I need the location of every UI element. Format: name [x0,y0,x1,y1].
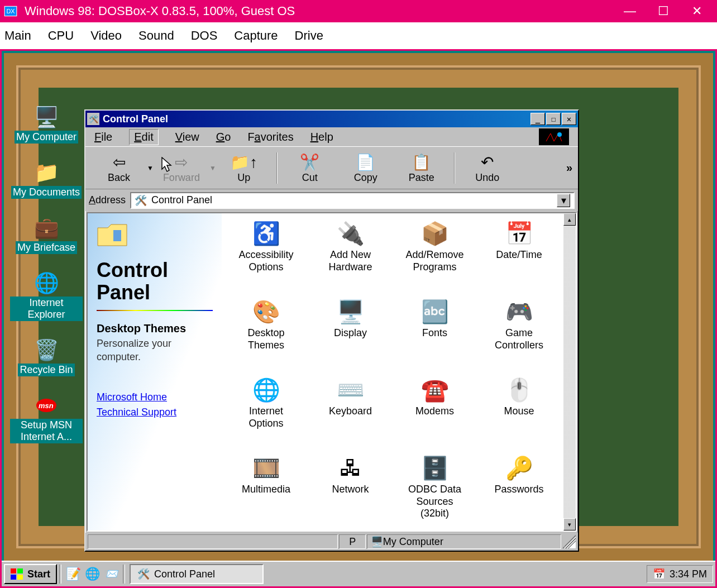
cp-item-game-controllers[interactable]: 🎮Game Controllers [477,298,561,376]
dosbox-menu-video[interactable]: Video [90,28,122,43]
system-menu-icon[interactable]: 🛠️ [87,113,99,125]
add-remove-programs-icon: 📦 [421,220,449,247]
desktop-icon-msn-setup[interactable]: msn Setup MSN Internet A... [7,392,85,443]
svg-rect-8 [17,568,23,573]
clipboard-icon: 📋 [412,152,431,172]
folder-up-icon: 📁↑ [230,152,257,172]
date-time-icon: 📅 [505,220,533,247]
dosbox-menu-sound[interactable]: Sound [138,28,174,43]
status-pane-zone: 🖥️ My Computer [367,534,561,549]
keyboard-icon: ⌨️ [337,376,365,403]
add-new-hardware-icon: 🔌 [337,220,365,247]
window-maximize-button[interactable]: ☐ [546,113,561,125]
odbc-data-sources-32bit--icon: 🗄️ [421,455,449,481]
window-toolbar: ⇦ Back ▼ ⇨ Forward ▼ 📁↑ Up ✂️ Cut 📄 Copy [85,146,578,189]
desktop-themes-icon: 🎨 [252,298,280,325]
scroll-track[interactable] [563,226,576,518]
desktop-icon-my-documents[interactable]: 📁 My Documents [7,159,85,199]
menu-view[interactable]: View [175,131,199,144]
desktop-icon-recycle-bin[interactable]: 🗑️ Recycle Bin [7,337,85,376]
guest-os-screen: 🖥️ My Computer 📁 My Documents 💼 My Brief… [0,49,717,588]
resize-grip[interactable] [562,535,576,548]
internet-options-icon: 🌐 [252,376,280,403]
scroll-up-button[interactable]: ▴ [563,213,576,226]
quick-launch-ie[interactable]: 🌐 [84,566,101,582]
toolbar-overflow[interactable]: » [566,161,572,174]
vertical-scrollbar[interactable]: ▴ ▾ [563,213,576,530]
toolbar-undo[interactable]: ↶ Undo [460,152,515,184]
menu-help[interactable]: Help [310,131,333,144]
cp-item-add-new-hardware[interactable]: 🔌Add New Hardware [308,220,393,298]
dosbox-menu-dos[interactable]: DOS [191,28,218,43]
arrow-left-icon: ⇦ [113,152,126,172]
toolbar-copy[interactable]: 📄 Copy [338,152,394,184]
menu-go[interactable]: Go [216,131,231,144]
cp-item-passwords[interactable]: 🔑Passwords [477,455,561,530]
cp-item-keyboard[interactable]: ⌨️Keyboard [308,376,393,455]
cp-item-desktop-themes[interactable]: 🎨Desktop Themes [224,298,308,376]
dosbox-menu-capture[interactable]: Capture [234,28,278,43]
quick-launch-show-desktop[interactable]: 📝 [65,566,82,582]
system-tray[interactable]: 📅 3:34 PM [647,565,713,583]
address-label: Address [89,194,126,206]
cp-item-date-time[interactable]: 📅Date/Time [477,220,561,298]
quick-launch-outlook[interactable]: 📨 [103,566,120,582]
accessibility-options-icon: ♿ [252,220,280,247]
windows-logo-icon [11,568,24,580]
menu-edit[interactable]: Edit [129,129,158,145]
cp-item-add-remove-programs[interactable]: 📦Add/Remove Programs [393,220,477,298]
link-microsoft-home[interactable]: Microsoft Home [97,391,213,403]
cp-item-network[interactable]: 🖧Network [308,455,393,530]
dosbox-menu-drive[interactable]: Drive [295,28,323,43]
undo-icon: ↶ [481,152,494,172]
internet-explorer-icon: 🌐 [33,270,60,297]
recycle-bin-icon: 🗑️ [33,337,60,364]
window-titlebar[interactable]: 🛠️ Control Panel _ ☐ ✕ [85,111,578,127]
dosbox-menu-cpu[interactable]: CPU [48,28,74,43]
dosbox-x-icon: DX [3,4,18,18]
start-button[interactable]: Start [4,564,57,584]
toolbar-paste[interactable]: 📋 Paste [394,152,450,184]
cp-item-fonts[interactable]: 🔤Fonts [393,298,477,376]
window-close-button[interactable]: ✕ [562,113,576,125]
close-button[interactable]: ✕ [680,0,714,22]
cp-item-accessibility-options[interactable]: ♿Accessibility Options [224,220,308,298]
minimize-button[interactable]: — [613,0,647,22]
display-icon: 🖥️ [337,298,365,325]
address-dropdown-button[interactable]: ▾ [557,194,570,207]
maximize-button[interactable]: ☐ [647,0,680,22]
link-technical-support[interactable]: Technical Support [97,407,213,418]
control-panel-folder-icon [97,222,130,249]
scroll-down-button[interactable]: ▾ [563,518,576,530]
desktop-icon-my-briefcase[interactable]: 💼 My Briefcase [7,214,85,254]
cp-item-multimedia[interactable]: 🎞️Multimedia [224,455,308,530]
toolbar-up[interactable]: 📁↑ Up [216,152,272,184]
desktop-icons-column: 🖥️ My Computer 📁 My Documents 💼 My Brief… [7,104,85,459]
cp-item-odbc-data-sources-32bit-[interactable]: 🗄️ODBC Data Sources (32bit) [393,455,477,530]
arrow-right-icon: ⇨ [175,152,188,172]
taskbar-task-control-panel[interactable]: 🛠️ Control Panel [130,564,264,584]
cp-item-mouse[interactable]: 🖱️Mouse [477,376,561,455]
fonts-icon: 🔤 [421,298,449,325]
desktop-icon-internet-explorer[interactable]: 🌐 Internet Explorer [7,270,85,321]
svg-rect-7 [11,568,16,573]
toolbar-back[interactable]: ⇦ Back [91,152,147,184]
toolbar-cut[interactable]: ✂️ Cut [282,152,338,184]
menu-file[interactable]: File [94,131,112,144]
cp-item-internet-options[interactable]: 🌐Internet Options [224,376,308,455]
clock-text: 3:34 PM [670,568,707,580]
window-content: Control Panel Desktop Themes Personalize… [87,212,577,532]
dosbox-menu-main[interactable]: Main [4,28,31,43]
cp-item-modems[interactable]: ☎️Modems [393,376,477,455]
desktop-icon-my-computer[interactable]: 🖥️ My Computer [7,104,85,144]
sidebar-info-heading: Desktop Themes [97,322,213,335]
menu-favorites[interactable]: Favorites [247,131,293,144]
taskbar: Start 📝 🌐 📨 🛠️ Control Panel 📅 3:34 PM [2,561,715,586]
address-input[interactable]: 🛠️ Control Panel ▾ [130,192,575,209]
cp-item-display[interactable]: 🖥️Display [308,298,393,376]
my-computer-icon: 🖥️ [33,104,60,131]
dosbox-title: Windows 98: DOSBox-X 0.83.5, 100%, Guest… [25,4,613,18]
svg-rect-6 [113,230,121,241]
window-minimize-button[interactable]: _ [530,113,545,125]
msn-icon: msn [33,392,60,419]
